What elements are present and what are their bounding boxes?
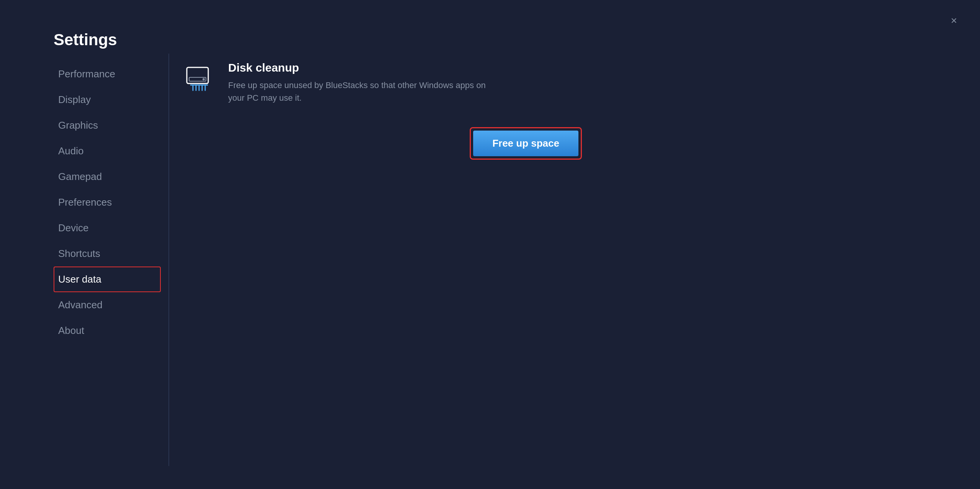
sidebar-divider: [168, 54, 169, 466]
sidebar-item-device[interactable]: Device: [54, 215, 161, 241]
sidebar-item-gamepad[interactable]: Gamepad: [54, 164, 161, 190]
disk-cleanup-title: Disk cleanup: [228, 61, 496, 74]
disk-cleanup-header: Disk cleanup Free up space unused by Blu…: [184, 61, 926, 104]
sidebar-item-performance[interactable]: Performance: [54, 61, 161, 87]
main-content: Disk cleanup Free up space unused by Blu…: [184, 61, 926, 160]
sidebar-item-preferences[interactable]: Preferences: [54, 190, 161, 215]
free-up-button-highlight: Free up space: [470, 127, 582, 160]
sidebar-item-about[interactable]: About: [54, 318, 161, 343]
sidebar-item-audio[interactable]: Audio: [54, 138, 161, 164]
svg-point-2: [203, 78, 205, 80]
disk-cleanup-icon: [184, 63, 214, 93]
free-up-space-button[interactable]: Free up space: [473, 131, 578, 156]
disk-cleanup-section: Disk cleanup Free up space unused by Blu…: [184, 61, 926, 160]
page-title: Settings: [54, 31, 117, 49]
sidebar: PerformanceDisplayGraphicsAudioGamepadPr…: [54, 61, 161, 343]
free-up-space-container: Free up space: [184, 119, 926, 160]
sidebar-item-shortcuts[interactable]: Shortcuts: [54, 241, 161, 267]
disk-cleanup-description: Free up space unused by BlueStacks so th…: [228, 79, 496, 104]
disk-info: Disk cleanup Free up space unused by Blu…: [228, 61, 496, 104]
sidebar-item-graphics[interactable]: Graphics: [54, 113, 161, 138]
sidebar-item-display[interactable]: Display: [54, 87, 161, 113]
close-button[interactable]: ×: [951, 15, 957, 26]
sidebar-item-user-data[interactable]: User data: [54, 267, 161, 292]
sidebar-item-advanced[interactable]: Advanced: [54, 292, 161, 318]
